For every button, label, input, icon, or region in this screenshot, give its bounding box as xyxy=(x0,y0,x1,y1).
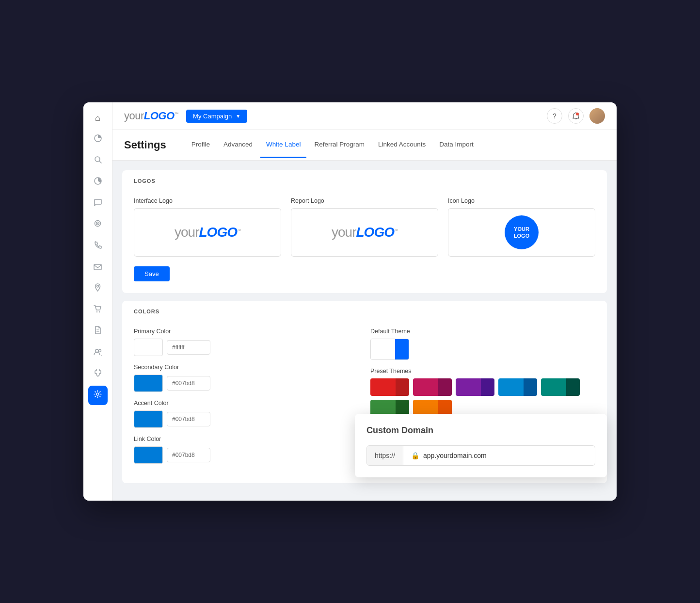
target-icon xyxy=(94,219,102,230)
sidebar-item-home[interactable]: ⌂ xyxy=(88,108,108,128)
tab-profile[interactable]: Profile xyxy=(186,132,216,158)
preset-themes-grid xyxy=(370,378,595,417)
icon-logo-circle: your LOGO xyxy=(505,215,539,249)
default-theme-preview[interactable] xyxy=(370,339,409,360)
report-logo-preview: yourLOGO™ xyxy=(332,225,398,240)
settings-tabs: Profile Advanced White Label Referral Pr… xyxy=(186,132,479,158)
campaign-button[interactable]: My Campaign ▼ xyxy=(186,110,247,123)
tab-linked-accounts[interactable]: Linked Accounts xyxy=(372,132,431,158)
logos-save-button[interactable]: Save xyxy=(134,266,170,281)
secondary-color-swatch[interactable] xyxy=(134,375,163,392)
sidebar-item-settings[interactable] xyxy=(88,386,108,405)
preset-red[interactable] xyxy=(370,378,409,396)
report-logo-field: Report Logo yourLOGO™ xyxy=(291,197,438,257)
tab-white-label[interactable]: White Label xyxy=(260,132,306,158)
sidebar-item-phone[interactable] xyxy=(88,236,108,256)
user-avatar[interactable] xyxy=(589,108,605,124)
interface-logo-label: Interface Logo xyxy=(134,197,281,204)
preset-red-right xyxy=(396,378,409,396)
svg-point-9 xyxy=(96,311,97,312)
accent-color-label: Accent Color xyxy=(134,400,359,407)
svg-point-8 xyxy=(97,285,99,287)
svg-point-14 xyxy=(98,349,101,352)
link-color-input-row xyxy=(134,446,359,464)
notifications-button[interactable] xyxy=(568,108,584,124)
sidebar-item-search[interactable] xyxy=(88,151,108,170)
accent-color-hex-input[interactable] xyxy=(167,412,210,426)
preset-red-left xyxy=(370,378,396,396)
sidebar-item-reports[interactable] xyxy=(88,172,108,192)
link-color-swatch[interactable] xyxy=(134,446,163,464)
interface-logo-box[interactable]: yourLOGO™ xyxy=(134,208,281,257)
accent-color-field: Accent Color xyxy=(134,400,359,428)
link-color-field: Link Color xyxy=(134,436,359,464)
primary-color-field: Primary Color xyxy=(134,328,359,356)
preset-teal-left xyxy=(541,378,566,396)
report-logo-label: Report Logo xyxy=(291,197,438,204)
logos-card-body: Interface Logo yourLOGO™ Report Logo xyxy=(122,190,607,293)
primary-color-swatch[interactable] xyxy=(134,339,163,356)
secondary-color-field: Secondary Color xyxy=(134,364,359,392)
icon-logo-box[interactable]: your LOGO xyxy=(448,208,595,257)
sidebar: ⌂ xyxy=(83,102,112,501)
dropdown-arrow-icon: ▼ xyxy=(236,114,240,119)
help-button[interactable]: ? xyxy=(547,108,562,124)
svg-point-16 xyxy=(576,113,579,115)
secondary-color-hex-input[interactable] xyxy=(167,376,210,391)
sidebar-item-email[interactable] xyxy=(88,258,108,277)
home-icon: ⌂ xyxy=(95,113,100,123)
domain-text: app.yourdomain.com xyxy=(423,452,487,459)
logos-section-title: LOGOS xyxy=(122,170,607,190)
sidebar-item-chat[interactable] xyxy=(88,194,108,213)
preset-purple[interactable] xyxy=(456,378,494,396)
theme-blue-portion xyxy=(395,339,409,359)
page-title: Settings xyxy=(124,130,166,160)
secondary-color-input-row xyxy=(134,375,359,392)
link-color-hex-input[interactable] xyxy=(167,448,210,462)
main-content: yourLOGO™ My Campaign ▼ ? xyxy=(112,102,617,501)
svg-point-10 xyxy=(99,311,100,312)
settings-icon xyxy=(94,390,102,401)
preset-pink-left xyxy=(413,378,438,396)
preset-purple-right xyxy=(481,378,494,396)
preset-themes-label: Preset Themes xyxy=(370,368,595,375)
cart-icon xyxy=(94,305,102,315)
preset-pink-right xyxy=(438,378,452,396)
logos-card: LOGOS Interface Logo yourLOGO™ xyxy=(122,170,607,293)
sidebar-item-users[interactable] xyxy=(88,343,108,362)
svg-point-15 xyxy=(96,393,99,395)
preset-teal-right xyxy=(566,378,580,396)
sidebar-item-file[interactable] xyxy=(88,322,108,341)
sidebar-item-plugin[interactable] xyxy=(88,364,108,384)
domain-value-area: 🔒 app.yourdomain.com xyxy=(403,446,595,465)
interface-logo-preview: yourLOGO™ xyxy=(175,225,240,240)
preset-cyan[interactable] xyxy=(498,378,537,396)
sidebar-item-cart[interactable] xyxy=(88,300,108,320)
popup-title: Custom Domain xyxy=(366,425,595,436)
default-theme-field: Default Theme xyxy=(370,328,595,360)
page-content: LOGOS Interface Logo yourLOGO™ xyxy=(112,161,617,501)
preset-teal[interactable] xyxy=(541,378,580,396)
topbar: yourLOGO™ My Campaign ▼ ? xyxy=(112,102,617,130)
colors-section-title: COLORS xyxy=(122,301,607,320)
plugin-icon xyxy=(95,369,101,379)
tab-data-import[interactable]: Data Import xyxy=(433,132,479,158)
lock-icon: 🔒 xyxy=(411,452,419,459)
tab-referral[interactable]: Referral Program xyxy=(308,132,370,158)
tab-advanced[interactable]: Advanced xyxy=(218,132,258,158)
search-icon xyxy=(94,156,102,166)
logos-grid: Interface Logo yourLOGO™ Report Logo xyxy=(134,197,595,257)
domain-prefix: https:// xyxy=(367,446,403,465)
sidebar-item-analytics[interactable] xyxy=(88,130,108,149)
primary-color-hex-input[interactable] xyxy=(167,340,210,355)
svg-point-6 xyxy=(97,223,98,224)
domain-input-row: https:// 🔒 app.yourdomain.com xyxy=(366,445,595,466)
preset-pink[interactable] xyxy=(413,378,452,396)
accent-color-swatch[interactable] xyxy=(134,410,163,428)
accent-color-input-row xyxy=(134,410,359,428)
sidebar-item-location[interactable] xyxy=(88,279,108,298)
report-logo-box[interactable]: yourLOGO™ xyxy=(291,208,438,257)
sidebar-item-targeting[interactable] xyxy=(88,215,108,234)
icon-logo-label: Icon Logo xyxy=(448,197,595,204)
svg-rect-7 xyxy=(94,264,101,270)
